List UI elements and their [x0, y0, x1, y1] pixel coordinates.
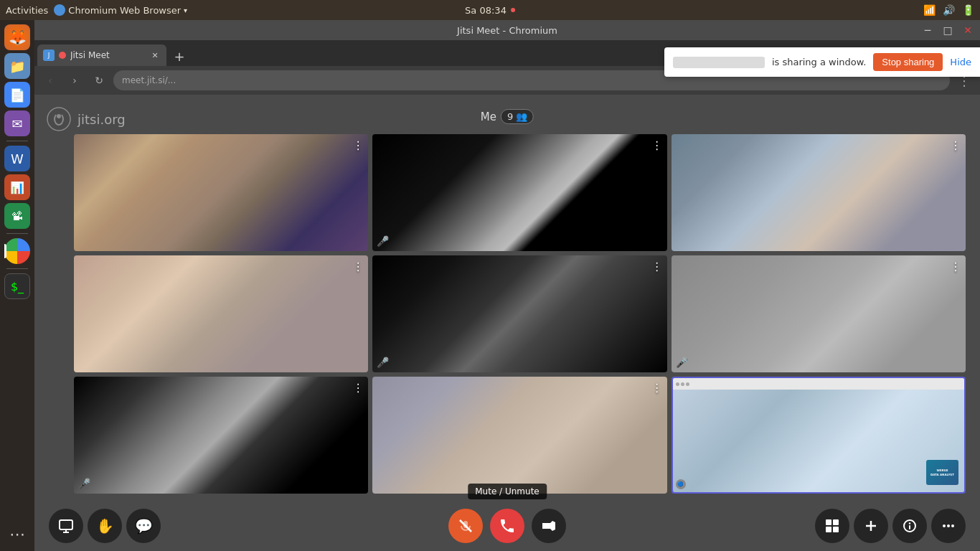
dock-thunderbird[interactable]: ✉: [4, 110, 30, 136]
video-tile-2: ⋮ 🎤: [372, 134, 666, 251]
jitsi-logo-text: jitsi.org: [77, 112, 126, 127]
dock-chromium[interactable]: [4, 238, 30, 264]
end-call-button[interactable]: [490, 509, 524, 543]
screen-card-text: WERSEDATA ANALYST: [930, 468, 954, 476]
add-button[interactable]: [854, 509, 888, 543]
tab-close-button[interactable]: ✕: [149, 50, 161, 61]
forward-button[interactable]: ›: [65, 70, 85, 90]
active-tab[interactable]: J Jitsi Meet ✕: [37, 44, 166, 66]
stop-sharing-button[interactable]: Stop sharing: [873, 53, 943, 71]
toolbar: ✋ 💬: [34, 501, 980, 551]
video-tile-8: ⋮: [372, 377, 666, 494]
screen-icon-bottom: 🔵: [676, 479, 686, 489]
os-topbar: Activities Chromium Web Browser ▾ Sa 08:…: [0, 0, 980, 20]
me-label: Me: [481, 110, 496, 123]
more-button[interactable]: [931, 509, 966, 543]
svg-rect-14: [909, 525, 910, 529]
svg-rect-6: [826, 519, 831, 525]
layout-button[interactable]: [815, 509, 849, 543]
back-button[interactable]: ‹: [40, 70, 60, 90]
dock-separator-2: [6, 233, 28, 234]
application-dock: 🦊 📁 📄 ✉ W 📊 📽 $_ ⋯: [0, 20, 34, 551]
dropdown-arrow[interactable]: ▾: [184, 6, 187, 14]
dock-firefox[interactable]: 🦊: [4, 24, 30, 50]
screen-dot-1: [676, 382, 679, 386]
video-menu-3[interactable]: ⋮: [950, 138, 961, 152]
tooltip-text: Mute / Unmute: [475, 486, 540, 496]
browser-window-title: Jitsi Meet - Chromium: [457, 25, 557, 36]
volume-icon: 🔊: [943, 4, 955, 16]
reload-button[interactable]: ↻: [89, 70, 109, 90]
dock-docs[interactable]: 📄: [4, 82, 30, 108]
svg-rect-8: [826, 527, 831, 532]
os-clock: Sa 08:34: [465, 5, 515, 16]
screen-share-card: WERSEDATA ANALYST: [926, 460, 958, 485]
sharing-url-blurred: [673, 57, 765, 68]
wifi-icon: 📶: [923, 4, 936, 16]
svg-point-16: [947, 524, 950, 527]
dock-libreoffice-impress[interactable]: 📽: [4, 203, 30, 229]
participants-count-badge: 9 👥: [501, 109, 534, 124]
svg-point-1: [57, 114, 61, 118]
jitsi-logo-icon: [46, 106, 72, 132]
screen-dot-3: [686, 382, 689, 386]
hide-button[interactable]: Hide: [950, 57, 971, 67]
mute-icon-6: 🎤: [676, 357, 688, 368]
svg-rect-2: [60, 520, 72, 529]
video-menu-8[interactable]: ⋮: [651, 381, 663, 395]
mute-button[interactable]: [448, 509, 483, 543]
screen-share-body: WERSEDATA ANALYST 🔵: [673, 390, 964, 492]
video-menu-7[interactable]: ⋮: [352, 381, 364, 395]
mute-unmute-tooltip: Mute / Unmute: [468, 484, 547, 499]
chat-button[interactable]: 💬: [126, 509, 161, 543]
dock-terminal[interactable]: $_: [4, 273, 30, 299]
url-text: meet.jit.si/...: [122, 75, 176, 85]
video-menu-2[interactable]: ⋮: [651, 138, 663, 152]
camera-button[interactable]: [532, 509, 566, 543]
info-button[interactable]: [892, 509, 927, 543]
dock-libreoffice-writer[interactable]: W: [4, 146, 30, 171]
clock-text: Sa 08:34: [465, 5, 507, 16]
toolbar-left: ✋ 💬: [49, 509, 161, 543]
recording-indicator: [511, 8, 515, 12]
raise-hand-button[interactable]: ✋: [88, 509, 122, 543]
window-controls: ─ □ ✕: [918, 21, 980, 39]
activities-button[interactable]: Activities: [6, 5, 48, 16]
dock-separator-3: [6, 268, 28, 269]
svg-point-17: [951, 524, 954, 527]
new-tab-button[interactable]: +: [169, 46, 189, 66]
sharing-message: is sharing a window.: [772, 57, 866, 67]
svg-point-13: [909, 522, 910, 524]
os-topbar-left: Activities Chromium Web Browser ▾: [6, 4, 187, 16]
jitsi-content-area: jitsi.org Me 9 👥 ⋮ ⋮ 🎤 ⋮: [34, 95, 980, 551]
video-tile-4: ⋮: [74, 255, 368, 372]
sharing-notification: is sharing a window. Stop sharing Hide: [664, 47, 980, 77]
video-menu-1[interactable]: ⋮: [352, 138, 364, 152]
minimize-button[interactable]: ─: [918, 21, 937, 39]
svg-rect-7: [833, 519, 839, 525]
battery-icon: 🔋: [962, 4, 974, 16]
tab-label: Jitsi Meet: [70, 50, 145, 60]
browser-favicon-dot: [54, 4, 65, 16]
video-menu-6[interactable]: ⋮: [950, 260, 961, 273]
video-tile-5: ⋮ 🎤: [372, 255, 666, 372]
dock-show-apps[interactable]: ⋯: [4, 521, 30, 547]
browser-name-label: Chromium Web Browser: [68, 5, 181, 16]
participants-icon: 👥: [516, 111, 527, 122]
browser-titlebar: Jitsi Meet - Chromium ─ □ ✕: [34, 20, 980, 40]
screen-share-button[interactable]: [49, 509, 83, 543]
mute-icon-7: 🎤: [78, 478, 90, 489]
dock-files[interactable]: 📁: [4, 53, 30, 79]
dock-libreoffice-calc[interactable]: 📊: [4, 174, 30, 200]
video-menu-4[interactable]: ⋮: [352, 260, 364, 273]
maximize-button[interactable]: □: [938, 21, 957, 39]
participants-count: 9: [507, 111, 513, 122]
video-tile-1: ⋮: [74, 134, 368, 251]
screen-share-header: [673, 378, 964, 390]
svg-point-0: [47, 108, 70, 131]
toolbar-center: [448, 509, 566, 543]
svg-rect-9: [833, 527, 839, 532]
video-menu-5[interactable]: ⋮: [651, 260, 663, 273]
close-button[interactable]: ✕: [958, 21, 977, 39]
jitsi-logo: jitsi.org: [46, 106, 126, 132]
